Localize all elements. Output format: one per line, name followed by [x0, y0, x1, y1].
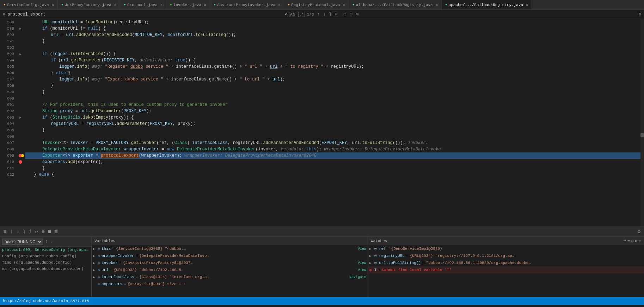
- watches-copy-icon[interactable]: ⊡: [631, 239, 634, 243]
- var-view-invoker[interactable]: View: [358, 261, 366, 265]
- watches-panel: Watches + − ⊡ ⊠ ∞ ▶ ∞ ref = {DemoService…: [368, 237, 644, 297]
- var-name-exporters: exporters: [102, 282, 122, 286]
- tab-close-registryprotocol[interactable]: ✕: [343, 3, 345, 7]
- gutter-593: ▶: [17, 51, 24, 57]
- tab-close-protocol[interactable]: ✕: [160, 3, 162, 7]
- var-name-this: this: [102, 247, 111, 251]
- watches-minus-icon[interactable]: −: [628, 239, 630, 243]
- var-eq-wrapperinvoker: =: [135, 254, 138, 258]
- breakpoint-610[interactable]: [19, 160, 22, 164]
- fold-593[interactable]: ▶: [19, 52, 21, 56]
- variables-list: ▶ ≡ this = {ServiceConfig@2035} "<dubbo:…: [92, 245, 368, 297]
- line-num-598: 598: [3, 83, 14, 89]
- search-clear[interactable]: ✕: [284, 12, 287, 17]
- code-line-606: [25, 133, 640, 140]
- tab-apache-failback[interactable]: ● apache/.../FailbackRegistry.java ✕: [442, 0, 532, 10]
- search-case-icon[interactable]: Aa: [289, 12, 296, 17]
- var-expand-this[interactable]: ▶: [93, 247, 97, 251]
- watches-add-icon[interactable]: +: [624, 239, 626, 243]
- editor-scrollbar[interactable]: [640, 19, 644, 227]
- line-num-608: 608: [3, 146, 14, 152]
- toolbar-icon-8[interactable]: ⊞: [47, 229, 51, 235]
- frame-item-1[interactable]: Config (org.apache.dubbo.config): [0, 253, 91, 259]
- tab-close-alibaba-failback[interactable]: ✕: [436, 3, 438, 7]
- highlight-export: protocol.export: [101, 153, 139, 158]
- thread-down-icon[interactable]: ↓: [50, 239, 52, 244]
- tab-close-serviceconfig[interactable]: ✕: [52, 3, 54, 7]
- watch-expand-urlfull[interactable]: ▶: [369, 261, 373, 265]
- watches-settings-icon[interactable]: ∞: [639, 239, 641, 243]
- tab-close-apache-failback[interactable]: ✕: [526, 3, 528, 7]
- tab-close-jdkproxy[interactable]: ✕: [114, 3, 116, 7]
- toolbar-icon-9[interactable]: ⊟: [54, 229, 58, 235]
- watch-expand-ref[interactable]: ▶: [369, 247, 373, 251]
- tab-registryprotocol[interactable]: ● RegistryProtocol.java ✕: [284, 0, 349, 10]
- fold-603[interactable]: ▶: [19, 116, 21, 120]
- search-icon: ⊛: [3, 12, 5, 17]
- search-next-icon[interactable]: ↓: [322, 12, 327, 17]
- tab-invoker[interactable]: ● Invoker.java ✕: [166, 0, 210, 10]
- search-wrap-icon[interactable]: ⤵: [328, 12, 332, 17]
- watch-eq-urlfull: =: [422, 261, 425, 265]
- frame-item-3[interactable]: ma (org.apache.dubbo.demo.provider): [0, 266, 91, 272]
- tab-close-abstractproxy[interactable]: ✕: [278, 3, 280, 7]
- toolbar-icon-6[interactable]: ↩: [34, 229, 38, 235]
- search-more-icon[interactable]: ⊡: [349, 12, 353, 17]
- thread-selector[interactable]: 'main': RUNNING: [2, 239, 43, 245]
- code-line-612: } else {: [25, 171, 640, 178]
- line-num-592: 592: [3, 44, 14, 51]
- watch-val-ref: {DemoServiceImpl@2039}: [391, 247, 442, 251]
- search-filter-icon[interactable]: ⊞: [334, 12, 338, 17]
- tab-protocol[interactable]: ● Protocol.java ✕: [120, 0, 166, 10]
- watches-clear-icon[interactable]: ⊠: [635, 239, 638, 243]
- gutter-606: [17, 133, 24, 140]
- code-line-610: exporters.add(exporter);: [25, 159, 640, 165]
- tab-abstractproxy[interactable]: ● AbstractProxyInvoker.java ✕: [210, 0, 284, 10]
- var-expand-invoker[interactable]: ▶: [93, 261, 97, 265]
- search-close-icon[interactable]: ⊠: [355, 12, 360, 17]
- bottom-panel: ≡ ↑ ↓ ⤵ ⤴ ↩ ⊕ ⊞ ⊟ ⚙ 'main': RUNNING ↑ ↓: [0, 227, 644, 297]
- settings-icon[interactable]: ⚙: [639, 12, 641, 17]
- var-expand-url[interactable]: ▶: [93, 268, 97, 272]
- tab-serviceconfig[interactable]: ● ServiceConfig.java ✕: [0, 0, 58, 10]
- tab-close-invoker[interactable]: ✕: [204, 3, 206, 7]
- frame-item-0[interactable]: protocol:609, ServiceConfig (org.apache.…: [0, 247, 91, 253]
- var-val-this: {ServiceConfig@2035} "<dubbo:service pat…: [116, 247, 186, 251]
- gutter-611: [17, 165, 24, 171]
- toolbar-icon-5[interactable]: ⤴: [28, 229, 32, 235]
- toolbar-icon-1[interactable]: ≡: [3, 229, 7, 235]
- toolbar-icon-4[interactable]: ⤵: [22, 229, 26, 235]
- search-prev-icon[interactable]: ↑: [316, 12, 321, 17]
- toolbar-settings[interactable]: ⚙: [637, 229, 641, 235]
- scrollbar-thumb[interactable]: [640, 133, 644, 137]
- code-line-597: logger.info( msg: "Export dubbo service …: [25, 76, 640, 83]
- toolbar-icon-7[interactable]: ⊕: [41, 229, 45, 235]
- code-line-605: }: [25, 127, 640, 133]
- var-expand-exporters[interactable]: ▶: [93, 282, 97, 286]
- variables-title: Variables: [94, 239, 115, 243]
- var-val-exporters: {ArrayList@2042} size = 1: [128, 282, 186, 286]
- toolbar-icon-2[interactable]: ↑: [9, 229, 13, 235]
- line-num-609: 609: [3, 152, 14, 159]
- frame-item-2[interactable]: fing (org.apache.dubbo.config): [0, 259, 91, 266]
- search-input[interactable]: [7, 12, 282, 17]
- var-view-url[interactable]: View: [358, 268, 366, 272]
- toolbar-icon-3[interactable]: ↓: [16, 229, 20, 235]
- line-num-590: 590: [3, 32, 14, 38]
- fold-589[interactable]: ▶: [19, 27, 21, 31]
- var-expand-wrapperinvoker[interactable]: ▶: [93, 254, 97, 258]
- tab-jdkproxy[interactable]: ● JdkProxyFactory.java ✕: [58, 0, 120, 10]
- search-regex-icon[interactable]: .*: [298, 12, 305, 17]
- gutter-608: [17, 146, 24, 152]
- thread-up-icon[interactable]: ↑: [45, 239, 48, 244]
- var-view-this[interactable]: View: [358, 247, 366, 251]
- var-expand-interfaceclass[interactable]: ▶: [93, 275, 97, 279]
- tab-alibaba-failback[interactable]: ● alibaba/.../FailbackRegistry.java ✕: [349, 0, 442, 10]
- var-nav-interfaceclass[interactable]: Navigate: [349, 275, 366, 279]
- tab-label-protocol: Protocol.java: [127, 3, 158, 7]
- watch-val-registryurl: {URL@2034} "registry://127.0.0.1:2181/or…: [410, 254, 515, 258]
- watch-expand-registryurl[interactable]: ▶: [369, 254, 373, 258]
- search-extra-icon[interactable]: ⊡: [343, 12, 347, 17]
- tab-icon-alibaba-failback: ●: [352, 3, 355, 7]
- watch-eq-T: =: [378, 268, 381, 272]
